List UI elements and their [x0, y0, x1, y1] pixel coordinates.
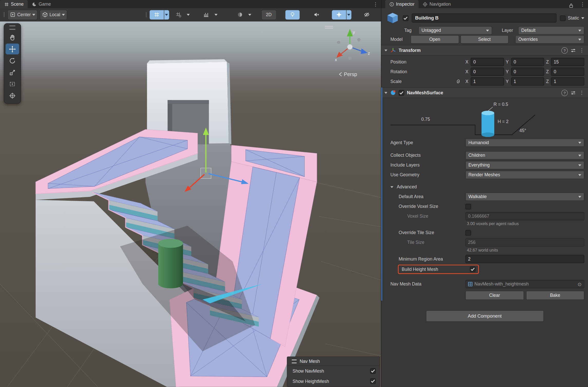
gameobject-name-field[interactable]: Building B: [412, 14, 557, 23]
model-select-button[interactable]: Select: [460, 35, 509, 43]
gameobject-active-checkbox[interactable]: [403, 15, 409, 21]
model-open-button[interactable]: Open: [411, 35, 459, 43]
kebab-menu-icon[interactable]: ⋮: [579, 89, 585, 96]
tab-scene[interactable]: Scene: [0, 0, 28, 8]
show-navmesh-checkbox[interactable]: [370, 368, 376, 374]
override-voxel-checkbox[interactable]: [465, 204, 471, 209]
scene-audio-toggle[interactable]: [309, 10, 324, 20]
bake-button[interactable]: Bake: [526, 291, 584, 300]
link-icon[interactable]: [456, 79, 461, 84]
scene-pane-kebab-icon[interactable]: ⋮: [370, 1, 381, 8]
2d-label: 2D: [266, 12, 272, 17]
foldout-icon[interactable]: [384, 92, 387, 94]
override-tile-checkbox[interactable]: [465, 230, 471, 236]
build-height-mesh-checkbox[interactable]: [470, 266, 476, 272]
draw-mode-button[interactable]: [233, 10, 247, 20]
show-heightmesh-checkbox[interactable]: [370, 378, 376, 384]
move-tool-button[interactable]: [6, 43, 19, 54]
toolbar-drag-handle[interactable]: [4, 12, 5, 17]
move-icon: [9, 45, 16, 53]
foldout-icon[interactable]: [390, 186, 393, 188]
overrides-dropdown[interactable]: Overrides: [515, 35, 584, 43]
tab-game[interactable]: Game: [28, 0, 55, 8]
inspector-kebab-icon[interactable]: ⋮: [577, 1, 588, 8]
orientation-negative-axis[interactable]: [357, 38, 361, 41]
snap-increment-button[interactable]: [199, 10, 213, 20]
view-hand-tool-button[interactable]: [6, 32, 19, 43]
palette-drag-handle-icon[interactable]: [10, 25, 15, 30]
snap-increment-dropdown[interactable]: [214, 10, 219, 20]
scene-visibility-toggle[interactable]: [359, 10, 374, 20]
presets-icon[interactable]: [570, 90, 576, 96]
transform-tool-button[interactable]: [6, 90, 19, 101]
rotation-z-field[interactable]: 0: [551, 68, 584, 76]
position-x-field[interactable]: 0: [471, 58, 504, 66]
rotation-row: Rotation X0 Y0 Z0: [381, 67, 588, 76]
help-icon[interactable]: ?: [561, 89, 568, 96]
clear-button[interactable]: Clear: [465, 291, 524, 300]
collect-objects-dropdown[interactable]: Children: [465, 151, 584, 160]
scene-effects-toggle[interactable]: [332, 10, 346, 20]
grid-visibility-toggle[interactable]: [149, 10, 164, 20]
static-flags-dropdown-icon[interactable]: [581, 17, 584, 19]
scene-lighting-toggle[interactable]: [285, 10, 299, 20]
lock-icon[interactable]: [569, 3, 574, 8]
voxel-size-row: Voxel Size 0.1666667: [381, 212, 588, 221]
scene-viewport[interactable]: y x z Persp: [0, 21, 381, 387]
include-layers-value: Everything: [468, 162, 490, 168]
rotate-tool-button[interactable]: [6, 55, 19, 66]
handle-orientation-button[interactable]: Local: [40, 10, 67, 20]
include-layers-dropdown[interactable]: Everything: [465, 161, 584, 169]
rect-tool-button[interactable]: [6, 78, 19, 89]
collect-objects-label: Collect Objects: [390, 153, 464, 158]
toolbar-drag-handle[interactable]: [146, 12, 147, 17]
position-z-field[interactable]: 15: [551, 58, 584, 66]
help-icon[interactable]: ?: [561, 47, 568, 53]
static-checkbox[interactable]: [560, 15, 566, 21]
scale-y-field[interactable]: 1: [511, 77, 544, 86]
open-label: Open: [429, 37, 440, 42]
min-region-field[interactable]: 2: [465, 255, 584, 263]
nav-mesh-data-row: Nav Mesh Data NavMesh-with_heightmesh ⊙: [381, 280, 588, 289]
scale-tool-button[interactable]: [6, 67, 19, 78]
projection-label[interactable]: Persp: [344, 71, 357, 77]
foldout-icon[interactable]: [384, 49, 387, 51]
pivot-mode-button[interactable]: Center: [7, 10, 37, 20]
scale-z-field[interactable]: 1: [551, 77, 584, 86]
draw-mode-dropdown[interactable]: [248, 10, 252, 20]
navmeshsurface-header[interactable]: NavMeshSurface ? ⋮: [381, 87, 588, 98]
default-area-dropdown[interactable]: Walkable: [465, 192, 584, 201]
layer-dropdown[interactable]: Default: [518, 26, 584, 34]
scale-label-text: Scale: [390, 79, 402, 84]
add-component-button[interactable]: Add Component: [426, 310, 544, 322]
rotation-x-field[interactable]: 0: [471, 68, 504, 76]
orientation-center[interactable]: [347, 44, 352, 49]
transform-header[interactable]: Transform ? ⋮: [381, 45, 588, 56]
grid-snap-dropdown[interactable]: [186, 10, 191, 20]
grid-snap-toggle[interactable]: [171, 10, 185, 20]
grid-options-dropdown[interactable]: [164, 10, 169, 20]
collect-objects-value: Children: [468, 153, 485, 158]
position-y-field[interactable]: 0: [511, 58, 544, 66]
kebab-menu-icon[interactable]: ⋮: [579, 47, 585, 54]
tag-dropdown[interactable]: Untagged: [419, 26, 492, 34]
nav-mesh-data-label: Nav Mesh Data: [390, 281, 464, 287]
presets-icon[interactable]: [570, 48, 576, 53]
tab-inspector[interactable]: Inspector: [385, 0, 419, 8]
tab-navigation[interactable]: Navigation: [419, 0, 455, 8]
component-enabled-checkbox[interactable]: [399, 90, 404, 96]
nav-mesh-data-field[interactable]: NavMesh-with_heightmesh ⊙: [465, 280, 584, 288]
scale-x-field[interactable]: 1: [471, 77, 504, 86]
orientation-negative-axis[interactable]: [348, 57, 352, 60]
advanced-foldout[interactable]: Advanced: [381, 182, 588, 191]
navmesh-overlay-header[interactable]: Nav Mesh: [287, 357, 380, 366]
agent-type-dropdown[interactable]: Humanoid: [465, 139, 584, 147]
use-geometry-dropdown[interactable]: Render Meshes: [465, 171, 584, 179]
clear-label: Clear: [489, 293, 500, 298]
agent-radius-label: R = 0.5: [494, 102, 508, 107]
rotation-y-field[interactable]: 0: [511, 68, 544, 76]
scene-effects-dropdown[interactable]: [346, 10, 351, 20]
2d-mode-toggle[interactable]: 2D: [261, 10, 276, 20]
object-picker-icon[interactable]: ⊙: [577, 281, 582, 287]
orientation-negative-axis[interactable]: [337, 41, 340, 44]
